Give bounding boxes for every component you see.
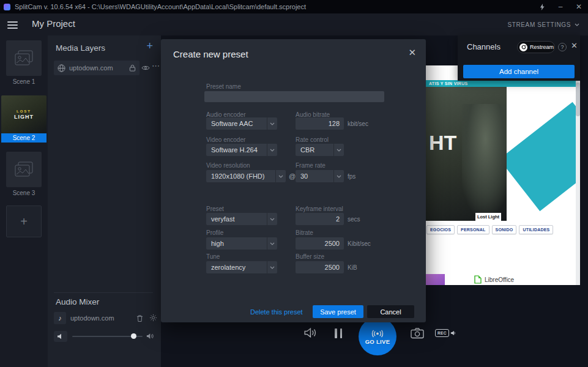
add-scene-button[interactable]: + — [6, 206, 42, 237]
resolution-framerate-separator: @ — [289, 172, 296, 180]
tune-dropdown[interactable]: zerolatency — [206, 261, 277, 273]
bitrate-input[interactable]: 2500 — [296, 237, 344, 250]
video-resolution-label: Video resolution — [206, 162, 250, 169]
chevron-down-icon — [267, 213, 277, 225]
category-chip: PERSONAL — [457, 225, 489, 234]
video-resolution-value: 1920x1080 (FHD) — [206, 172, 275, 180]
boost-icon[interactable] — [533, 0, 551, 13]
libreoffice-item: LibreOffice — [474, 275, 514, 284]
add-channel-button[interactable]: Add channel — [463, 65, 575, 78]
restream-label: Restream — [530, 44, 554, 50]
channels-panel: Channels Restream ? ✕ Add channel — [458, 35, 580, 81]
video-resolution-dropdown[interactable]: 1920x1080 (FHD) — [206, 170, 286, 182]
preset-label: Preset — [206, 206, 224, 212]
audio-encoder-dropdown[interactable]: Software AAC — [206, 117, 277, 130]
scene-1-label: Scene 1 — [0, 78, 48, 85]
save-preset-button[interactable]: Save preset — [313, 305, 363, 318]
category-chip: EGOCIOS — [426, 225, 455, 234]
chevron-down-icon — [267, 117, 277, 130]
chevron-down-icon — [275, 170, 286, 182]
scene-2-label-selected[interactable]: Scene 2 — [1, 133, 47, 143]
rec-label: REC — [435, 329, 449, 337]
preset-dropdown[interactable]: veryfast — [206, 213, 277, 225]
buffer-size-input[interactable]: 2500 — [296, 261, 344, 273]
delete-preset-link[interactable]: Delete this preset — [250, 308, 303, 316]
buffer-size-unit: KiB — [348, 264, 357, 271]
bitrate-label: Bitrate — [296, 229, 313, 236]
help-icon[interactable]: ? — [558, 43, 567, 51]
speaker-waves-icon[interactable] — [146, 333, 155, 339]
scene-2-thumbnail[interactable]: LOST LIGHT — [1, 95, 47, 133]
rate-control-label: Rate control — [296, 136, 329, 143]
video-encoder-dropdown[interactable]: Software H.264 — [206, 144, 277, 156]
scene-rail: Scene 1 LOST LIGHT Scene 2 Scene 3 + — [0, 35, 48, 367]
splitcam-logo-icon — [4, 4, 10, 10]
image-placeholder-icon — [15, 50, 33, 66]
keyframe-interval-input[interactable]: 2 — [296, 213, 344, 225]
title-bar: SplitCam v. 10.6.54 x64 - C:\Users\WDAGU… — [0, 0, 588, 13]
restream-button[interactable]: Restream — [517, 41, 555, 53]
profile-dropdown[interactable]: high — [206, 237, 277, 250]
preset-value: veryfast — [206, 215, 267, 223]
game-screenshot: HT — [425, 87, 507, 221]
globe-icon — [58, 64, 65, 72]
preset-name-input[interactable] — [204, 91, 384, 102]
media-layers-panel: Media Layers + uptodown.com ⋯ Audio Mixe… — [48, 35, 161, 367]
rate-control-value: CBR — [296, 146, 333, 154]
modal-close-icon[interactable]: ✕ — [406, 45, 419, 61]
chevron-down-icon — [267, 261, 277, 273]
game-heading: HT — [429, 131, 456, 155]
project-title: My Project — [32, 18, 75, 29]
go-live-button[interactable]: GO LIVE — [359, 317, 396, 355]
audio-monitor-icon[interactable] — [304, 327, 318, 338]
window-title: SplitCam v. 10.6.54 x64 - C:\Users\WDAGU… — [15, 3, 306, 10]
minimize-button[interactable]: – — [551, 0, 570, 13]
libreoffice-icon — [474, 275, 482, 284]
volume-slider-handle[interactable] — [131, 333, 136, 339]
frame-rate-dropdown[interactable]: 30 — [296, 170, 344, 182]
broadcast-icon — [369, 328, 386, 338]
audio-bitrate-unit: kbit/sec — [348, 120, 368, 127]
game-title-label: Lost Light — [475, 213, 501, 221]
video-encoder-label: Video encoder — [206, 136, 245, 143]
layer-more-options-icon[interactable]: ⋯ — [152, 61, 161, 70]
visibility-eye-icon[interactable] — [141, 65, 150, 71]
scene-1-thumbnail[interactable] — [6, 40, 42, 76]
pause-icon[interactable] — [335, 328, 342, 338]
snapshot-camera-icon[interactable] — [411, 328, 424, 339]
mute-toggle-button[interactable] — [54, 331, 67, 342]
stream-settings-button[interactable]: STREAM SETTINGS — [508, 21, 579, 28]
lock-icon[interactable] — [129, 64, 136, 72]
app-header: My Project STREAM SETTINGS — [0, 13, 588, 35]
audio-bitrate-input[interactable]: 128 — [296, 117, 344, 130]
gear-icon[interactable] — [149, 314, 157, 322]
category-chip: UTILIDADES — [519, 225, 553, 234]
profile-value: high — [206, 240, 267, 247]
audio-encoder-value: Software AAC — [206, 120, 267, 127]
keyframe-interval-unit: secs — [348, 216, 360, 223]
chevron-down-icon — [575, 23, 579, 26]
lost-light-logo-top: LOST — [17, 109, 31, 113]
cancel-button[interactable]: Cancel — [367, 305, 414, 318]
media-layer-row[interactable]: uptodown.com — [54, 61, 140, 75]
frame-rate-value: 30 — [296, 172, 333, 180]
image-placeholder-icon — [15, 161, 33, 177]
chevron-down-icon — [333, 144, 344, 156]
trash-icon[interactable] — [136, 314, 143, 322]
channels-close-icon[interactable]: ✕ — [570, 40, 579, 51]
close-button[interactable]: ✕ — [570, 0, 588, 13]
menu-icon[interactable] — [7, 21, 18, 29]
stream-settings-label: STREAM SETTINGS — [508, 21, 571, 28]
profile-label: Profile — [206, 229, 223, 236]
create-preset-modal: Create new preset ✕ Preset name Audio en… — [161, 39, 426, 322]
scene-3-thumbnail[interactable] — [6, 152, 42, 187]
webpage-scrollbar[interactable] — [576, 80, 580, 285]
rate-control-dropdown[interactable]: CBR — [296, 144, 344, 156]
panel-divider — [54, 292, 153, 293]
captured-webpage: ATIS Y SIN VIRUS HT Lost Light EGOCIOS P… — [425, 65, 580, 285]
media-layers-title: Media Layers — [56, 43, 105, 53]
add-layer-button[interactable]: + — [146, 40, 153, 51]
scrollbar-thumb[interactable] — [576, 83, 580, 116]
category-chips: EGOCIOS PERSONAL SONIDO UTILIDADES — [426, 225, 553, 234]
record-audio-icon[interactable]: REC — [435, 329, 456, 337]
